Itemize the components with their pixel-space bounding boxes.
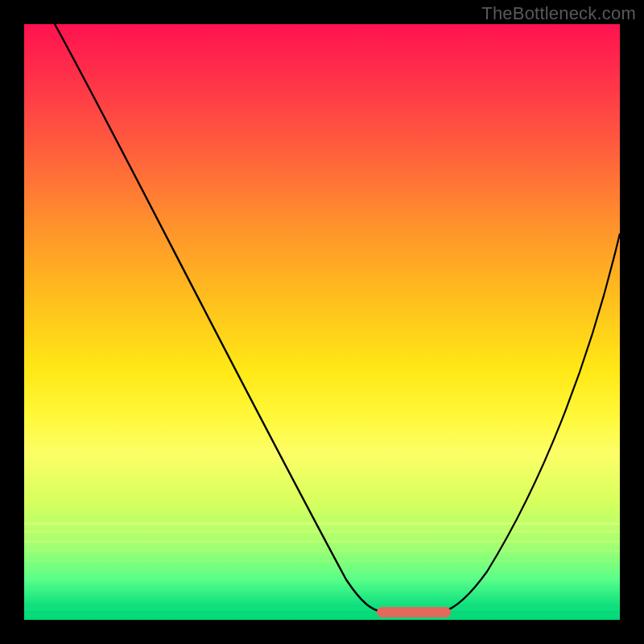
bottleneck-curve	[24, 24, 620, 620]
plot-area	[24, 24, 620, 620]
optimal-range-marker	[377, 607, 451, 617]
chart-frame: TheBottleneck.com	[0, 0, 644, 644]
watermark-text: TheBottleneck.com	[481, 3, 636, 24]
